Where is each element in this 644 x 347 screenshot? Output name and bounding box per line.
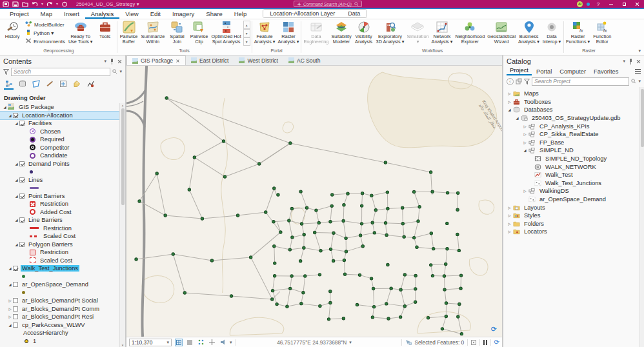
expander-icon[interactable]: ◢ [14,243,19,246]
expander-icon[interactable]: ▷ [522,124,528,128]
menu-icon[interactable] [635,69,641,75]
layer-row[interactable]: ▷ ar_Blocks_DemandPt Comm [0,305,119,313]
undo-caret-icon[interactable]: ▾ [41,1,43,6]
scroll-down-icon[interactable]: ▾ [122,343,124,347]
back-icon[interactable]: ‹ [507,78,514,85]
expander-icon[interactable]: ◢ [7,114,13,117]
catalog-item[interactable]: SIMPLE_ND_Topology [503,155,639,163]
expander-icon[interactable]: ◢ [2,105,8,109]
expander-icon[interactable]: ◢ [14,218,19,222]
close-panel-icon[interactable] [117,59,122,64]
close-view-icon[interactable] [176,59,180,63]
environments-button[interactable]: Environments [23,37,67,45]
expander-icon[interactable]: ◢ [7,323,13,327]
catalog-item[interactable]: ▷ Toolboxes [503,98,639,106]
tab-project[interactable]: Project [4,9,35,19]
catalog-item[interactable]: ▷ Folders [503,220,639,228]
pairwise-clip-button[interactable]: PairwiseClip [188,19,210,48]
help-button[interactable]: ? [594,0,603,8]
neighborhood-explorer-button[interactable]: NeighborhoodExplorer [454,19,486,48]
redo-icon[interactable] [46,1,53,7]
tab-analysis[interactable]: Analysis [85,9,119,19]
tab-data[interactable]: Data [341,10,367,17]
catalog-item[interactable]: ▷ Styles [503,212,639,220]
catalog-item[interactable]: ▷ CP_Analysis_KPIs [503,122,639,130]
pin-icon[interactable] [629,59,633,64]
flow-direction-icon[interactable] [219,339,226,346]
layer-row[interactable]: ◢ Lines [0,176,119,184]
tab-view[interactable]: View [119,9,144,19]
close-panel-icon[interactable] [636,59,641,64]
layer-checkbox[interactable] [13,306,18,312]
panel-menu-icon[interactable]: ▾ [104,59,106,64]
project-name[interactable]: 250404_UD_OS_Strategy ▾ [76,1,139,7]
spatial-join-button[interactable]: SpatialJoin [166,19,188,48]
ready-to-use-tools-button[interactable]: Ready To Use Tools ▾ [67,19,94,48]
expander-icon[interactable]: ▷ [522,189,528,193]
layer-checkbox[interactable] [19,217,25,223]
map-canvas[interactable]: King Khaled Airport مطار الملك خالد ⟳ [126,66,502,337]
scale-combobox[interactable]: 1:10,370 ▾ [129,339,172,346]
crosshair-icon[interactable] [208,339,216,346]
summarize-within-button[interactable]: SummarizeWithin [140,19,166,48]
refresh-icon[interactable]: ⟳ [494,339,499,346]
suitability-modeler-button[interactable]: SuitabilityModeler [330,19,352,48]
expander-icon[interactable]: ▷ [507,222,512,226]
catalog-item[interactable]: ▷ CP_Sikka_RealEstate [503,130,639,139]
function-editor-button[interactable]: fx FunctionEditor [591,19,613,48]
expander-icon[interactable]: ▷ [507,206,512,210]
list-by-selection-icon[interactable] [32,79,40,88]
catalog-item[interactable]: ◢ SIMPLE_ND [503,146,639,155]
list-by-snapping-icon[interactable] [59,79,67,88]
business-analysis-button[interactable]: BusinessAnalysis ▾ [517,19,541,48]
list-by-drawing-order-icon[interactable] [5,79,13,88]
data-interop-button[interactable]: DataInterop ▾ [541,19,563,48]
layer-checkbox[interactable] [19,177,25,183]
project-icon[interactable] [3,1,9,7]
expander-icon[interactable]: ▷ [7,299,13,302]
map-refresh-icon[interactable]: ⟳ [491,326,497,333]
tab-insert[interactable]: Insert [58,9,85,19]
layer-row[interactable]: ◢ Polygon Barriers [0,241,119,249]
expander-icon[interactable]: ▷ [522,132,528,136]
visibility-analysis-button[interactable]: VisibilityAnalysis [353,19,375,48]
gallery-expand-icon[interactable]: ▾ [243,37,250,46]
layer-checkbox[interactable] [13,282,18,287]
catalog-item[interactable]: Walk_Test_Junctions [503,179,639,188]
contents-search-input[interactable] [11,68,110,76]
expander-icon[interactable]: ◢ [7,266,13,270]
expander-icon[interactable]: ◢ [14,194,19,198]
status-tools-caret-icon[interactable]: ▾ [230,340,232,345]
catalog-item[interactable]: ◢ 250403_OS_StrategyUpdate.gdb [503,114,639,123]
layer-checkbox[interactable] [13,314,18,319]
import-icon[interactable] [516,78,522,84]
catalog-item[interactable]: ▷ Maps [503,90,639,98]
list-by-data-source-icon[interactable] [18,79,26,88]
view-tab-gis-package[interactable]: GIS Package [126,55,186,65]
contents-scrollbar[interactable]: ▴ ▾ [119,103,125,347]
overlay-icon[interactable] [471,340,476,345]
expander-icon[interactable]: ▷ [7,315,13,319]
tab-imagery[interactable]: Imagery [166,9,200,19]
snapping-toggle-icon[interactable] [175,339,183,346]
selected-features-count[interactable]: Selected Features: 0 [415,339,465,346]
optimized-hot-spot-analysis-button[interactable]: Optimized HotSpot Analysis [210,19,242,48]
tools-button[interactable]: Tools [94,19,116,48]
snap-points-icon[interactable] [197,339,205,346]
catalog-item[interactable]: ◢ Databases [503,106,639,114]
expander-icon[interactable]: ▷ [507,92,512,95]
map-grid-icon[interactable] [186,339,194,346]
list-by-labeling-icon[interactable] [72,79,81,88]
catalog-item[interactable]: Walk_Test [503,171,639,179]
panel-menu-icon[interactable]: ▾ [623,59,625,64]
layer-checkbox[interactable] [13,322,18,328]
catalog-search-input[interactable] [532,77,629,86]
expander-icon[interactable]: ▷ [7,307,13,311]
filter-icon[interactable] [524,79,530,84]
layer-row[interactable]: ◢ Location-Allocation [0,112,119,120]
list-by-editing-icon[interactable] [45,79,54,88]
search-options-icon[interactable]: ▾ [638,79,641,84]
exploratory-3d-analysis-button[interactable]: Exploratory3D Analysis ▾ [375,19,406,48]
expander-icon[interactable]: ◢ [507,108,512,112]
view-tab-west-district[interactable]: West District [234,55,283,65]
